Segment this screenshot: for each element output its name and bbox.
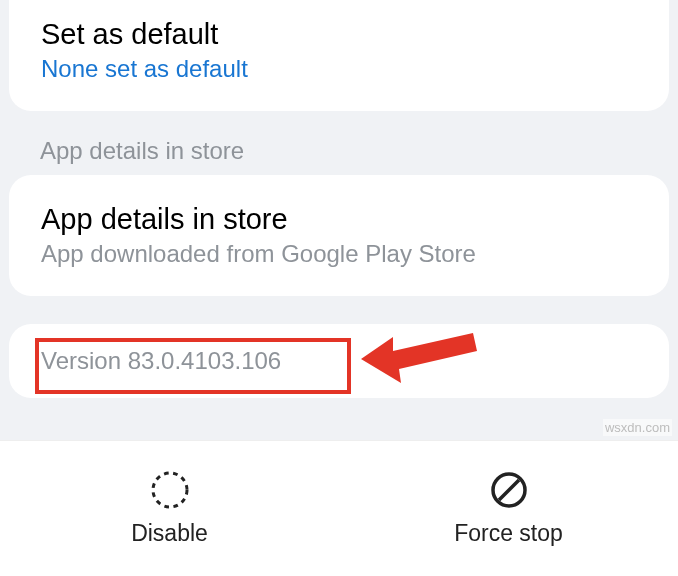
force-stop-button[interactable]: Force stop xyxy=(339,441,678,576)
app-details-title: App details in store xyxy=(41,203,637,236)
app-details-row[interactable]: App details in store App downloaded from… xyxy=(9,175,669,296)
disable-icon xyxy=(150,470,190,510)
svg-point-2 xyxy=(153,473,187,507)
bottom-action-bar: Disable Force stop xyxy=(0,440,678,576)
section-header: App details in store xyxy=(0,111,678,175)
disable-button[interactable]: Disable xyxy=(0,441,339,576)
force-stop-icon xyxy=(489,470,529,510)
version-label: Version 83.0.4103.106 xyxy=(41,347,637,375)
svg-line-4 xyxy=(499,480,519,500)
section-header-label: App details in store xyxy=(40,137,638,165)
set-as-default-title: Set as default xyxy=(41,18,637,51)
version-row: Version 83.0.4103.106 xyxy=(9,324,669,398)
force-stop-label: Force stop xyxy=(454,520,563,547)
watermark: wsxdn.com xyxy=(603,419,672,436)
disable-label: Disable xyxy=(131,520,208,547)
set-as-default-row[interactable]: Set as default None set as default xyxy=(9,0,669,111)
app-details-subtitle: App downloaded from Google Play Store xyxy=(41,240,637,268)
set-as-default-status: None set as default xyxy=(41,55,637,83)
